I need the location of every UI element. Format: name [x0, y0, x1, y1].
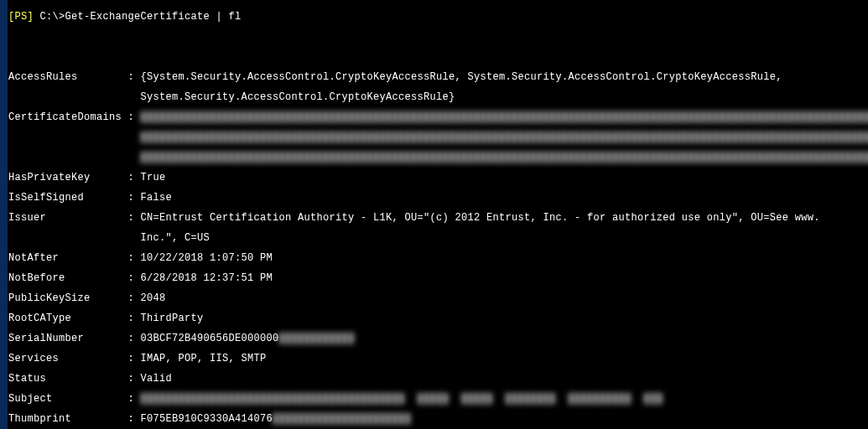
field-notbefore: NotBefore : 6/28/2018 12:37:51 PM — [8, 273, 868, 283]
field-serialnumber: SerialNumber : 03BCF72B490656DE000000▓▓▓… — [8, 333, 868, 344]
field-issuer: Issuer : CN=Entrust Certification Author… — [8, 213, 868, 223]
terminal-output: [PS] C:\>Get-ExchangeCertificate | fl Ac… — [0, 0, 868, 429]
field-publickeysize: PublicKeySize : 2048 — [8, 293, 868, 303]
scrollbar-track[interactable] — [0, 0, 8, 429]
field-accessrules: AccessRules : {System.Security.AccessCon… — [8, 72, 868, 82]
field-notafter: NotAfter : 10/22/2018 1:07:50 PM — [8, 253, 868, 263]
ps-prompt: [PS] — [8, 11, 34, 23]
field-hasprivatekey: HasPrivateKey : True — [8, 173, 868, 183]
field-services: Services : IMAP, POP, IIS, SMTP — [8, 354, 868, 364]
prompt-path: C:\> — [34, 11, 65, 23]
field-rootcatype: RootCAType : ThirdParty — [8, 313, 868, 323]
field-thumbprint: Thumbprint : F075EB910C9330A414076▓▓▓▓▓▓… — [8, 414, 868, 424]
field-accessrules-cont: System.Security.AccessControl.CryptoKeyA… — [141, 91, 455, 103]
field-certdomains: CertificateDomains : ▓▓▓▓▓▓▓▓▓▓▓▓▓▓▓▓▓▓▓… — [8, 112, 868, 122]
command-text: Get-ExchangeCertificate | fl — [65, 11, 242, 23]
field-issuer-cont: Inc.", C=US — [141, 232, 211, 244]
field-isselfsigned: IsSelfSigned : False — [8, 193, 868, 203]
field-status: Status : Valid — [8, 374, 868, 384]
field-subject: Subject : ▓▓▓▓▓▓▓▓▓▓▓▓▓▓▓▓▓▓▓▓▓▓▓▓▓▓▓▓▓▓… — [8, 394, 868, 404]
